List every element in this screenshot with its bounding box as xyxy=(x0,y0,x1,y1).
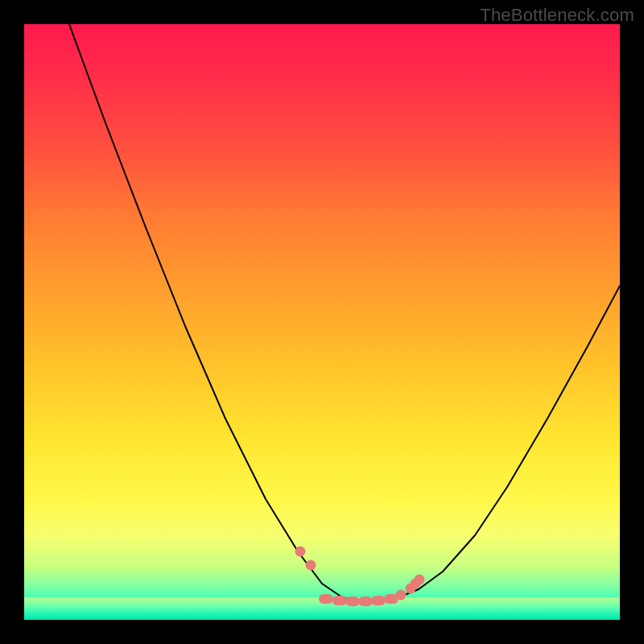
marker-dot xyxy=(415,575,425,585)
curve-layer xyxy=(24,24,620,620)
watermark-text: TheBottleneck.com xyxy=(480,5,634,26)
marker-pill xyxy=(319,594,333,604)
marker-pills-group xyxy=(319,594,398,606)
marker-pill xyxy=(371,596,386,605)
marker-dot xyxy=(295,547,306,557)
marker-pill xyxy=(384,594,398,604)
chart-frame: TheBottleneck.com xyxy=(0,0,644,644)
plot-area xyxy=(24,24,620,620)
marker-pill xyxy=(345,597,360,606)
marker-dot xyxy=(306,560,316,571)
marker-pill xyxy=(332,596,347,605)
bottleneck-curve xyxy=(69,24,620,601)
marker-pill xyxy=(358,597,373,606)
